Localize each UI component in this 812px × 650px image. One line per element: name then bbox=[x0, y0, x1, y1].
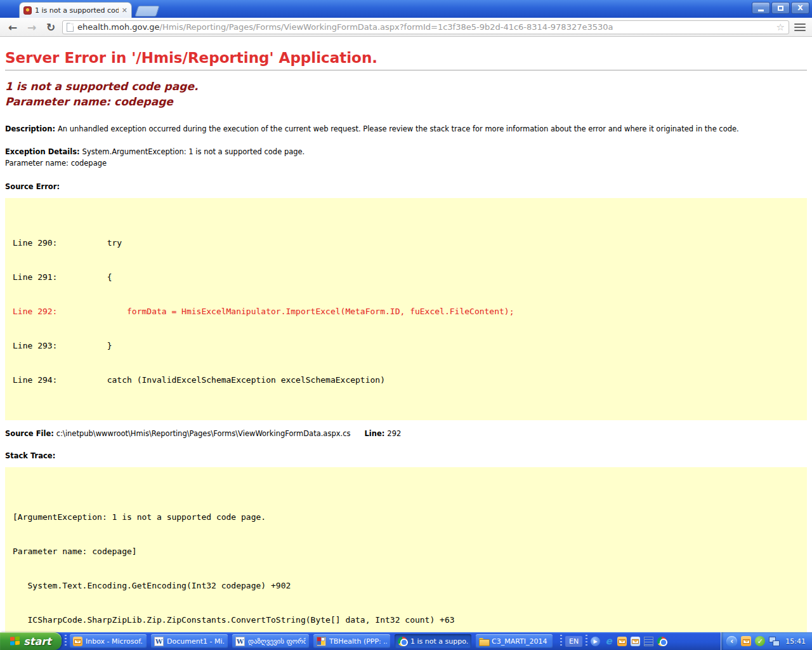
system-tray: ‹ ✓ 15:41 bbox=[721, 632, 812, 650]
source-line: Line 290: try bbox=[13, 237, 799, 249]
minimize-button[interactable] bbox=[752, 2, 770, 14]
chrome-icon bbox=[398, 637, 407, 646]
forward-button[interactable]: → bbox=[24, 21, 39, 34]
internet-explorer-icon[interactable]: e bbox=[604, 637, 613, 646]
source-error-block: Line 290: try Line 291: { Line 292: form… bbox=[5, 198, 807, 420]
line-number: 292 bbox=[387, 429, 401, 438]
source-file-path: c:\inetpub\wwwroot\Hmis\Reporting\Pages\… bbox=[56, 429, 351, 438]
error-page: Server Error in '/Hmis/Reporting' Applic… bbox=[0, 37, 812, 632]
url-path: /Hmis/Reporting/Pages/Forms/ViewWorkingF… bbox=[160, 22, 613, 32]
stack-line: ICSharpCode.SharpZipLib.Zip.ZipConstants… bbox=[13, 614, 799, 626]
source-line: Line 293: } bbox=[13, 340, 799, 352]
exception-details-label: Exception Details: bbox=[5, 147, 82, 156]
taskbar-button-word-georgian[interactable]: W დაზღვევის ფორმ... bbox=[232, 634, 309, 648]
exception-details-text: System.ArgumentException: 1 is not a sup… bbox=[82, 147, 305, 156]
stack-trace-label: Stack Trace: bbox=[5, 451, 807, 461]
taskbar-button-document1[interactable]: W Document1 - Mi... bbox=[151, 634, 228, 648]
menu-button[interactable] bbox=[793, 22, 807, 32]
description: Description: An unhandled exception occu… bbox=[5, 124, 807, 134]
source-line: Line 291: { bbox=[13, 272, 799, 283]
page-icon bbox=[67, 23, 74, 32]
tbhealth-app-icon bbox=[317, 637, 326, 646]
outlook-icon bbox=[73, 637, 82, 646]
language-indicator[interactable]: EN bbox=[565, 636, 582, 647]
stack-line: System.Text.Encoding.GetEncoding(Int32 c… bbox=[13, 580, 799, 592]
antivirus-check-icon[interactable]: ✓ bbox=[755, 636, 765, 646]
outlook-icon[interactable] bbox=[617, 637, 627, 646]
taskbar-separator bbox=[586, 635, 587, 647]
source-line-highlighted: Line 292: formData = HmisExcelManipulato… bbox=[13, 306, 799, 317]
exception-details-line2: Parameter name: codepage bbox=[5, 159, 807, 168]
divider bbox=[5, 70, 807, 70]
bookmark-star-icon[interactable]: ☆ bbox=[776, 22, 785, 33]
start-button[interactable]: start bbox=[0, 632, 62, 650]
outlook-reminder-icon[interactable] bbox=[741, 636, 751, 646]
error-subtitle-line1: 1 is not a supported code page. bbox=[5, 79, 807, 95]
folder-icon bbox=[479, 637, 488, 646]
window-titlebar: 1 is not a supported code pa ✕ X bbox=[0, 0, 812, 18]
tray-collapse-chevron-icon[interactable]: ‹ bbox=[726, 636, 737, 647]
word-icon: W bbox=[235, 637, 245, 646]
windows-logo-icon bbox=[10, 636, 20, 646]
chrome-icon[interactable] bbox=[657, 637, 667, 646]
restore-icon bbox=[778, 6, 783, 11]
browser-tab[interactable]: 1 is not a supported code pa ✕ bbox=[19, 2, 132, 18]
source-line: Line 294: catch (InvalidExcelSchemaExcep… bbox=[13, 375, 799, 386]
stack-line: [ArgumentException: 1 is not a supported… bbox=[13, 512, 799, 523]
browser-toolbar: ← → ↻ ehealth.moh.gov.ge/Hmis/Reporting/… bbox=[0, 18, 812, 37]
taskbar-button-inbox[interactable]: Inbox - Microsof... bbox=[70, 634, 147, 648]
site-favicon-icon bbox=[23, 6, 32, 15]
exception-details: Exception Details: System.ArgumentExcept… bbox=[5, 147, 807, 157]
minimize-icon bbox=[758, 10, 764, 11]
taskbar-button-tbhealth[interactable]: TBHealth (PPP: ... bbox=[313, 634, 390, 648]
taskbar-separator bbox=[65, 635, 67, 647]
close-button[interactable]: X bbox=[791, 2, 809, 14]
description-text: An unhandled exception occurred during t… bbox=[58, 124, 739, 133]
line-label: Line: bbox=[365, 429, 388, 438]
error-subtitle-line2: Parameter name: codepage bbox=[5, 95, 807, 110]
notepad-icon[interactable] bbox=[644, 637, 653, 646]
restore-button[interactable] bbox=[771, 2, 790, 14]
network-icon[interactable] bbox=[769, 636, 779, 646]
tab-title: 1 is not a supported code pa bbox=[35, 6, 119, 15]
windows-media-player-icon[interactable]: ▶ bbox=[591, 637, 600, 646]
start-button-label: start bbox=[23, 635, 51, 647]
taskbar-button-chrome-active[interactable]: 1 is not a suppo... bbox=[395, 634, 471, 648]
taskbar-clock[interactable]: 15:41 bbox=[785, 637, 806, 646]
stack-line: Parameter name: codepage] bbox=[13, 546, 799, 557]
source-file-label: Source File: bbox=[5, 429, 56, 438]
page-title: Server Error in '/Hmis/Reporting' Applic… bbox=[5, 50, 807, 66]
outlook-express-icon[interactable] bbox=[631, 637, 640, 646]
address-bar[interactable]: ehealth.moh.gov.ge/Hmis/Reporting/Pages/… bbox=[62, 20, 789, 34]
source-error-label: Source Error: bbox=[5, 182, 807, 192]
source-file-line: Source File: c:\inetpub\wwwroot\Hmis\Rep… bbox=[5, 429, 807, 438]
url-domain: ehealth.moh.gov.ge bbox=[77, 22, 160, 32]
error-subtitle: 1 is not a supported code page. Paramete… bbox=[5, 79, 807, 110]
description-label: Description: bbox=[5, 124, 58, 133]
reload-button[interactable]: ↻ bbox=[43, 21, 58, 34]
new-tab-button[interactable] bbox=[134, 6, 160, 17]
taskbar-separator bbox=[560, 635, 562, 647]
back-button[interactable]: ← bbox=[5, 21, 20, 34]
quick-launch-bar: ▶ e bbox=[591, 637, 667, 646]
taskbar-button-folder[interactable]: C3_MARTI_2014 bbox=[476, 634, 553, 648]
url-text[interactable]: ehealth.moh.gov.ge/Hmis/Reporting/Pages/… bbox=[77, 22, 773, 32]
taskbar: start Inbox - Microsof... W Document1 - … bbox=[0, 632, 812, 650]
word-icon: W bbox=[154, 637, 164, 646]
stack-trace-block: [ArgumentException: 1 is not a supported… bbox=[5, 467, 807, 632]
tab-close-icon[interactable]: ✕ bbox=[122, 6, 128, 15]
